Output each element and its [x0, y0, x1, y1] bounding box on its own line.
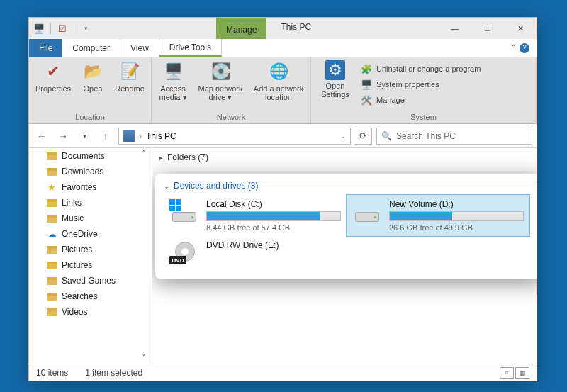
- network-drive-icon: 💽: [209, 60, 232, 83]
- sidebar-item-documents[interactable]: Documents: [29, 148, 152, 164]
- drive-c-name: Local Disk (C:): [206, 199, 341, 209]
- sidebar-item-downloads[interactable]: Downloads: [29, 164, 152, 179]
- cloud-icon: ☁: [46, 228, 57, 240]
- chevron-down-icon: ⌄: [164, 182, 169, 190]
- settings-gear-icon: ⚙: [325, 60, 345, 80]
- sidebar-item-searches[interactable]: Searches: [29, 289, 152, 304]
- add-network-location-button[interactable]: 🌐 Add a network location: [251, 60, 306, 101]
- address-location: This PC: [146, 131, 176, 141]
- maximize-button[interactable]: ☐: [471, 18, 504, 39]
- group-network-label: Network: [152, 111, 310, 123]
- navigation-pane[interactable]: ˄ DocumentsDownloads★FavoritesLinksMusic…: [29, 148, 152, 364]
- drive-d-usage-bar: [389, 211, 524, 221]
- sidebar-item-favorites[interactable]: ★Favorites: [29, 179, 152, 195]
- folder-icon: [46, 306, 57, 318]
- network-location-icon: 🌐: [267, 60, 290, 83]
- properties-button[interactable]: ✔ Properties: [33, 60, 73, 93]
- sidebar-item-label: Music: [62, 213, 84, 223]
- manage-contextual-tab[interactable]: Manage: [216, 18, 266, 39]
- recent-locations-button[interactable]: ▾: [76, 128, 93, 145]
- sidebar-item-videos[interactable]: Videos: [29, 304, 152, 320]
- folder-icon: [46, 259, 57, 271]
- star-icon: ★: [46, 181, 57, 193]
- properties-qat-icon[interactable]: ☑: [55, 21, 69, 35]
- rename-icon: 📝: [118, 60, 141, 83]
- help-icon[interactable]: ?: [520, 43, 529, 53]
- folder-open-icon: 📂: [82, 60, 104, 83]
- drive-c[interactable]: Local Disk (C:) 8.44 GB free of 57.4 GB: [164, 195, 347, 236]
- drive-c-usage-bar: [206, 211, 341, 221]
- sidebar-item-label: Pictures: [62, 245, 92, 254]
- uninstall-program-button[interactable]: 🧩 Uninstall or change a program: [358, 62, 483, 76]
- refresh-button[interactable]: ⟳: [355, 128, 372, 145]
- content-pane: ▸ Folders (7) ⌄ Devices and drives (3): [152, 148, 537, 364]
- rename-button[interactable]: 📝 Rename: [113, 60, 147, 93]
- sidebar-item-label: Favorites: [62, 182, 96, 192]
- drive-e-name: DVD RW Drive (E:): [206, 240, 341, 250]
- manage-icon: 🛠️: [361, 94, 372, 106]
- minimize-button[interactable]: —: [439, 18, 471, 39]
- tab-computer[interactable]: Computer: [62, 39, 120, 57]
- qat-dropdown-icon[interactable]: ▾: [79, 21, 93, 35]
- sidebar-item-label: Links: [62, 198, 82, 208]
- tab-view[interactable]: View: [120, 39, 159, 57]
- window-title: This PC: [274, 18, 318, 39]
- tab-drive-tools[interactable]: Drive Tools: [159, 39, 222, 57]
- navigation-bar: ← → ▾ ↑ › This PC ⌄ ⟳ 🔍 Search This PC: [29, 124, 537, 148]
- drive-e[interactable]: DVD DVD RW Drive (E:): [164, 236, 347, 269]
- local-disk-icon: [169, 199, 199, 223]
- sidebar-item-label: Downloads: [62, 167, 103, 177]
- collapse-ribbon-icon[interactable]: ⌃: [510, 43, 517, 52]
- address-bar[interactable]: › This PC ⌄: [118, 128, 351, 145]
- selection-count: 1 item selected: [85, 368, 142, 378]
- group-system-label: System: [311, 111, 536, 123]
- sidebar-scroll-down-icon[interactable]: ˅: [139, 353, 149, 362]
- item-count: 10 items: [36, 368, 68, 378]
- sidebar-item-saved-games[interactable]: Saved Games: [29, 273, 152, 289]
- folder-icon: [46, 291, 57, 302]
- sidebar-item-pictures[interactable]: Pictures: [29, 242, 152, 257]
- open-settings-button[interactable]: ⚙ Open Settings: [315, 60, 355, 99]
- search-input[interactable]: 🔍 Search This PC: [376, 128, 532, 145]
- quick-access-toolbar: 🖥️ ☑ ▾: [29, 18, 96, 39]
- map-network-drive-button[interactable]: 💽 Map network drive ▾: [193, 60, 248, 102]
- system-properties-button[interactable]: 🖥️ System properties: [358, 77, 483, 91]
- up-button[interactable]: ↑: [97, 128, 114, 145]
- media-icon: 🖥️: [162, 60, 184, 83]
- uninstall-icon: 🧩: [361, 63, 372, 74]
- dvd-drive-icon: DVD: [169, 240, 199, 264]
- devices-section-header[interactable]: ⌄ Devices and drives (3): [164, 181, 537, 195]
- drive-d-free-text: 26.6 GB free of 49.9 GB: [389, 223, 524, 232]
- access-media-button[interactable]: 🖥️ Access media ▾: [156, 60, 190, 102]
- sidebar-item-pictures[interactable]: Pictures: [29, 257, 152, 273]
- this-pc-icon: [123, 130, 135, 142]
- close-button[interactable]: ✕: [504, 18, 537, 39]
- forward-button[interactable]: →: [55, 128, 72, 145]
- back-button[interactable]: ←: [33, 128, 50, 145]
- sidebar-item-label: Saved Games: [62, 276, 116, 286]
- sidebar-item-links[interactable]: Links: [29, 195, 152, 211]
- folder-icon: [46, 275, 57, 286]
- folder-icon: [46, 166, 57, 177]
- titlebar: 🖥️ ☑ ▾ Manage This PC — ☐ ✕: [29, 18, 537, 39]
- open-button[interactable]: 📂 Open: [76, 60, 110, 93]
- drive-c-free-text: 8.44 GB free of 57.4 GB: [206, 223, 341, 232]
- sidebar-item-label: Documents: [62, 151, 105, 161]
- folders-section-header[interactable]: ▸ Folders (7): [152, 148, 537, 167]
- sidebar-item-label: OneDrive: [62, 229, 98, 239]
- drive-d-name: New Volume (D:): [389, 199, 524, 209]
- sidebar-item-onedrive[interactable]: ☁OneDrive: [29, 226, 152, 242]
- details-view-button[interactable]: ≡: [500, 367, 514, 379]
- status-bar: 10 items 1 item selected ≡ ▦: [29, 364, 537, 381]
- checkmark-icon: ✔: [42, 60, 64, 83]
- ribbon: ✔ Properties 📂 Open 📝 Rename Location 🖥️…: [29, 57, 537, 124]
- sidebar-item-music[interactable]: Music: [29, 211, 152, 226]
- sidebar-scroll-up-icon[interactable]: ˄: [139, 150, 149, 159]
- manage-button[interactable]: 🛠️ Manage: [358, 93, 483, 107]
- sidebar-item-label: Searches: [62, 291, 98, 301]
- tab-file[interactable]: File: [29, 39, 62, 57]
- chevron-right-icon: ▸: [159, 154, 163, 162]
- system-icon: 🖥️: [361, 79, 372, 90]
- large-icons-view-button[interactable]: ▦: [515, 367, 529, 379]
- drive-d[interactable]: New Volume (D:) 26.6 GB free of 49.9 GB: [347, 195, 529, 236]
